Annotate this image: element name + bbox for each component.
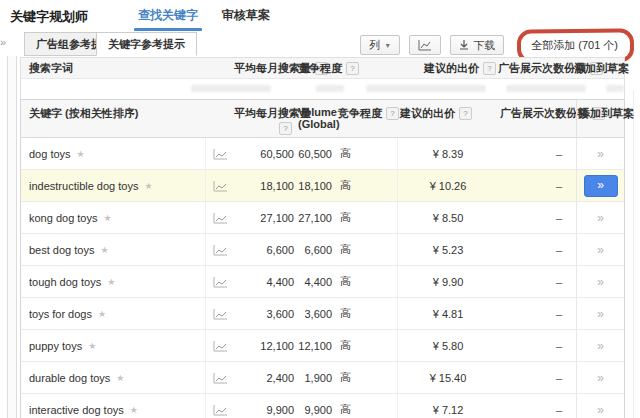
add-to-draft-button[interactable]: »: [594, 243, 608, 257]
trend-chart-icon[interactable]: [213, 245, 228, 256]
avg-monthly-cell: 18,100: [234, 180, 298, 192]
table-row[interactable]: interactive dog toys ★ 9,900 9,900 高 ¥ 7…: [21, 394, 624, 418]
help-icon[interactable]: ?: [483, 62, 496, 75]
trend-chart-icon[interactable]: [213, 373, 228, 384]
col-header-avg-monthly[interactable]: 平均每月搜索量 ?: [234, 100, 298, 137]
add-cell: »: [576, 234, 624, 265]
col-header-suggested-bid[interactable]: 建议的出价?: [398, 100, 498, 137]
add-to-draft-button[interactable]: »: [594, 147, 608, 161]
add-all-button[interactable]: 全部添加 (701 个): [521, 34, 628, 57]
help-icon[interactable]: ?: [279, 122, 292, 135]
suggested-bid-cell: ¥ 9.90: [398, 276, 498, 288]
download-button[interactable]: 下载: [450, 35, 504, 55]
app-header: 关键字规划师 查找关键字 审核草案: [0, 0, 640, 32]
trend-chart-cell: [206, 179, 234, 192]
add-cell: »: [576, 138, 624, 169]
trend-chart-icon[interactable]: [213, 309, 228, 320]
competition-cell: 高: [336, 362, 398, 393]
table-row[interactable]: tough dog toys ★ 4,400 4,400 高 ¥ 9.90 – …: [21, 266, 624, 298]
star-icon[interactable]: ★: [116, 373, 124, 383]
table-row[interactable]: durable dog toys ★ 2,400 1,900 高 ¥ 15.40…: [21, 362, 624, 394]
chart-view-button[interactable]: [409, 35, 441, 55]
col-header-keyword[interactable]: 关键字 (按相关性排序): [21, 100, 206, 137]
add-cell: »: [576, 202, 624, 233]
header-competition: 竞争程度?: [298, 58, 359, 78]
table-row[interactable]: kong dog toys ★ 27,100 27,100 高 ¥ 8.50 –…: [21, 202, 624, 234]
collapsed-sidebar: [7, 56, 17, 418]
volume-global-cell: 60,500: [298, 148, 336, 160]
trend-chart-icon[interactable]: [213, 341, 228, 352]
keyword-cell: best dog toys ★: [21, 234, 206, 265]
subtab-keyword-ideas[interactable]: 关键字参考提示: [96, 32, 197, 56]
add-to-draft-button[interactable]: »: [594, 371, 608, 385]
impression-share-cell: –: [498, 244, 576, 256]
table-row[interactable]: best dog toys ★ 6,600 6,600 高 ¥ 5.23 – »: [21, 234, 624, 266]
impression-share-cell: –: [498, 180, 576, 192]
table-row[interactable]: toys for dogs ★ 3,600 3,600 高 ¥ 4.81 – »: [21, 298, 624, 330]
avg-monthly-cell: 9,900: [234, 404, 298, 416]
keyword-ideas-table: 关键字 (按相关性排序) 平均每月搜索量 ? Volume (Global) 竞…: [20, 99, 625, 418]
table-row[interactable]: puppy toys ★ 12,100 12,100 高 ¥ 5.80 – »: [21, 330, 624, 362]
impression-share-cell: –: [498, 340, 576, 352]
star-icon[interactable]: ★: [77, 149, 85, 159]
trend-chart-cell: [206, 403, 234, 416]
star-icon[interactable]: ★: [98, 309, 106, 319]
keyword-cell: indestructible dog toys ★: [21, 170, 206, 201]
star-icon[interactable]: ★: [107, 277, 115, 287]
columns-button[interactable]: 列 ▼: [360, 35, 400, 55]
table-body: dog toys ★ 60,500 60,500 高 ¥ 8.39 – » in…: [21, 138, 624, 418]
avg-monthly-cell: 12,100: [234, 340, 298, 352]
add-cell: »: [576, 394, 624, 418]
add-to-draft-button[interactable]: »: [594, 339, 608, 353]
add-cell: »: [576, 170, 624, 201]
table-row[interactable]: dog toys ★ 60,500 60,500 高 ¥ 8.39 – »: [21, 138, 624, 170]
col-header-volume-global[interactable]: Volume (Global): [298, 100, 336, 137]
top-tabs: 查找关键字 审核草案: [138, 0, 270, 32]
trend-chart-icon[interactable]: [213, 213, 228, 224]
header-suggested-bid: 建议的出价?: [424, 58, 496, 78]
col-header-impression-share[interactable]: 广告展示次数份额?: [498, 100, 576, 137]
download-button-label: 下载: [473, 38, 495, 53]
add-to-draft-button[interactable]: »: [584, 175, 618, 197]
impression-share-cell: –: [498, 148, 576, 160]
col-header-competition[interactable]: 竞争程度?: [336, 100, 398, 137]
star-icon[interactable]: ★: [100, 245, 108, 255]
help-icon[interactable]: ?: [346, 62, 359, 75]
star-icon[interactable]: ★: [104, 213, 112, 223]
add-to-draft-button[interactable]: »: [594, 211, 608, 225]
tab-review-drafts[interactable]: 审核草案: [222, 0, 270, 32]
impression-share-cell: –: [498, 404, 576, 416]
tab-find-keywords[interactable]: 查找关键字: [138, 0, 198, 32]
table-row[interactable]: indestructible dog toys ★ 18,100 18,100 …: [21, 170, 624, 202]
star-icon[interactable]: ★: [88, 341, 96, 351]
add-to-draft-button[interactable]: »: [594, 403, 608, 417]
trend-chart-cell: [206, 147, 234, 160]
keyword-text: dog toys: [29, 148, 71, 160]
help-icon[interactable]: ?: [459, 107, 472, 120]
add-cell: »: [576, 298, 624, 329]
suggested-bid-cell: ¥ 7.12: [398, 404, 498, 416]
trend-chart-icon[interactable]: [213, 149, 228, 160]
add-to-draft-button[interactable]: »: [594, 275, 608, 289]
page-title: 关键字规划师: [10, 8, 88, 26]
add-cell: »: [576, 266, 624, 297]
add-cell: »: [576, 330, 624, 361]
suggested-bid-cell: ¥ 10.26: [398, 180, 498, 192]
keyword-text: best dog toys: [29, 244, 94, 256]
star-icon[interactable]: ★: [130, 405, 138, 415]
competition-cell: 高: [336, 266, 398, 297]
trend-chart-icon[interactable]: [213, 277, 228, 288]
star-icon[interactable]: ★: [144, 181, 152, 191]
competition-cell: 高: [336, 138, 398, 169]
trend-chart-icon[interactable]: [213, 181, 228, 192]
trend-chart-icon[interactable]: [213, 405, 228, 416]
impression-share-cell: –: [498, 212, 576, 224]
table-header-row: 关键字 (按相关性排序) 平均每月搜索量 ? Volume (Global) 竞…: [21, 100, 624, 138]
keyword-cell: kong dog toys ★: [21, 202, 206, 233]
suggested-bid-cell: ¥ 8.39: [398, 148, 498, 160]
keyword-cell: dog toys ★: [21, 138, 206, 169]
add-to-draft-button[interactable]: »: [594, 307, 608, 321]
suggested-bid-cell: ¥ 8.50: [398, 212, 498, 224]
subtab-toolbar-band: 广告组参考提示 关键字参考提示 列 ▼ 下载 全部添加 (701 个): [0, 32, 640, 56]
competition-cell: 高: [336, 394, 398, 418]
